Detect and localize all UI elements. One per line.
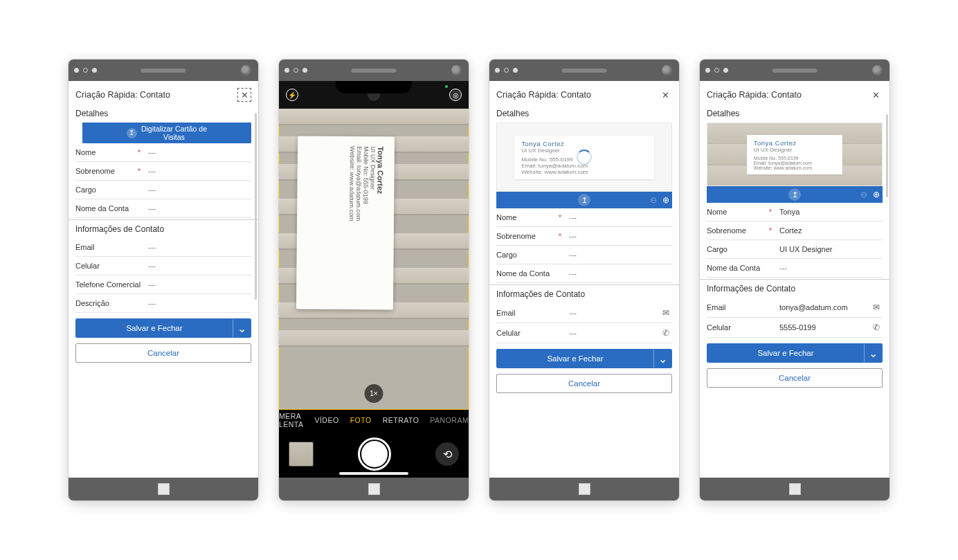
- value-celular[interactable]: 5555-0199: [772, 323, 870, 332]
- page-title: Criação Rápida: Contato: [75, 90, 170, 100]
- value-sobrenome[interactable]: Cortez: [772, 226, 883, 235]
- home-button[interactable]: [368, 483, 380, 495]
- device-top-bar: [489, 60, 679, 81]
- preview-toolbar: ↥ ⊖ ⊕: [496, 192, 672, 208]
- card-title: UI UX Designer: [754, 147, 836, 153]
- value-celular[interactable]: ---: [562, 329, 660, 337]
- card-email: Email: tonya@adatum.com: [354, 146, 363, 300]
- save-close-split-button[interactable]: Salvar e Fechar ⌄: [75, 318, 251, 338]
- mail-icon[interactable]: ✉: [660, 308, 672, 318]
- card-title: UI UX Designer: [368, 146, 377, 300]
- scan-card-button[interactable]: ↥ Digitalizar Cartão de Visitas: [82, 123, 251, 143]
- screen-quick-create-empty: Criação Rápida: Contato ✕ Detalhes ↥ Dig…: [69, 81, 258, 478]
- device-top-bar: [69, 60, 258, 81]
- phone-icon[interactable]: ✆: [870, 323, 883, 332]
- device-bottom-bar: [489, 478, 679, 500]
- home-indicator[interactable]: [339, 472, 408, 475]
- close-icon[interactable]: ✕: [237, 88, 251, 102]
- phone-icon[interactable]: ✆: [660, 328, 672, 338]
- mail-icon[interactable]: ✉: [870, 302, 883, 312]
- last-photo-thumbnail[interactable]: [289, 442, 314, 467]
- recording-indicator: [445, 85, 448, 88]
- zoom-out-icon[interactable]: ⊖: [650, 195, 657, 205]
- device-top-bar: [279, 60, 469, 81]
- device-bottom-bar: [69, 478, 258, 500]
- label-cargo: Cargo: [75, 186, 141, 194]
- save-dropdown[interactable]: ⌄: [864, 344, 882, 362]
- home-button[interactable]: [158, 483, 170, 495]
- phone-frame-3: Criação Rápida: Contato ✕ Detalhes Tonya…: [489, 59, 680, 501]
- zoom-in-icon[interactable]: ⊕: [873, 190, 880, 199]
- cancel-button[interactable]: Cancelar: [707, 368, 883, 388]
- value-nome[interactable]: ---: [141, 148, 251, 156]
- save-close-button[interactable]: Salvar e Fechar: [707, 344, 864, 362]
- upload-icon[interactable]: ↥: [578, 194, 590, 206]
- scrollbar[interactable]: [255, 113, 257, 300]
- flash-icon[interactable]: ⚡: [286, 89, 298, 101]
- phone-frame-4: Criação Rápida: Contato ✕ Detalhes Tonya…: [699, 59, 890, 501]
- value-cargo[interactable]: UI UX Designer: [772, 245, 883, 253]
- zoom-in-icon[interactable]: ⊕: [662, 195, 669, 205]
- zoom-out-icon[interactable]: ⊖: [860, 190, 867, 199]
- card-mobile: Mobile No: 555-0199: [361, 146, 370, 300]
- screen-camera: ⚡ ˄ ◎ Tonya Cortez UI UX Designer: [279, 81, 469, 478]
- value-conta[interactable]: ---: [141, 204, 251, 213]
- save-close-button[interactable]: Salvar e Fechar: [497, 350, 653, 368]
- device-top-bar: [700, 60, 889, 81]
- card-name: Tonya Cortez: [375, 146, 385, 300]
- mode-pano[interactable]: PANORAM: [430, 416, 469, 424]
- upload-icon: ↥: [127, 128, 137, 138]
- camera-viewfinder[interactable]: Tonya Cortez UI UX Designer Mobile No: 5…: [279, 109, 469, 410]
- value-celular[interactable]: ---: [141, 262, 251, 270]
- value-cargo[interactable]: ---: [562, 251, 672, 259]
- value-telcom[interactable]: ---: [141, 280, 251, 289]
- mode-photo[interactable]: FOTO: [350, 416, 372, 424]
- cancel-button[interactable]: Cancelar: [496, 374, 672, 393]
- flip-camera-icon[interactable]: ⟲: [435, 442, 459, 466]
- value-email[interactable]: ---: [141, 243, 251, 251]
- save-close-split-button[interactable]: Salvar e Fechar ⌄: [496, 349, 672, 368]
- card-preview: Tonya Cortez UI UX Designer Mobile No: 5…: [707, 123, 883, 186]
- card-web: Website: www.adatum.com: [521, 169, 647, 175]
- value-cargo[interactable]: ---: [141, 186, 251, 194]
- screen-quick-create-filled: Criação Rápida: Contato ✕ Detalhes Tonya…: [700, 81, 889, 478]
- mode-video[interactable]: VÍDEO: [314, 416, 338, 424]
- home-button[interactable]: [579, 483, 590, 495]
- label-nome: Nome: [496, 213, 562, 222]
- close-icon[interactable]: ✕: [869, 88, 883, 102]
- card-email: Email: tonya@adatum.com: [754, 161, 836, 165]
- screen-quick-create-loading: Criação Rápida: Contato ✕ Detalhes Tonya…: [489, 81, 679, 478]
- device-bottom-bar: [700, 478, 889, 500]
- label-celular: Celular: [75, 262, 141, 270]
- zoom-level[interactable]: 1×: [365, 384, 383, 403]
- value-descricao[interactable]: ---: [141, 299, 251, 307]
- value-nome[interactable]: Tonya: [772, 208, 883, 216]
- save-dropdown[interactable]: ⌄: [233, 319, 251, 337]
- value-email[interactable]: tonya@adatum.com: [772, 303, 870, 311]
- label-cargo: Cargo: [496, 251, 562, 259]
- home-button[interactable]: [789, 483, 801, 495]
- value-sobrenome[interactable]: ---: [562, 232, 672, 240]
- value-conta[interactable]: ---: [772, 264, 883, 272]
- label-nome: Nome: [75, 148, 141, 156]
- label-email: Email: [707, 303, 772, 311]
- save-dropdown[interactable]: ⌄: [653, 350, 671, 368]
- value-conta[interactable]: ---: [562, 269, 672, 278]
- live-photo-icon[interactable]: ◎: [449, 89, 462, 101]
- label-celular: Celular: [496, 329, 562, 337]
- value-email[interactable]: ---: [562, 309, 660, 317]
- scrollbar[interactable]: [886, 114, 888, 197]
- close-icon[interactable]: ✕: [658, 88, 672, 102]
- upload-icon[interactable]: ↥: [788, 188, 801, 201]
- value-nome[interactable]: ---: [562, 213, 672, 222]
- camera-mode-selector[interactable]: MERA LENTA VÍDEO FOTO RETRATO PANORAM: [279, 410, 469, 431]
- card-name: Tonya Cortez: [521, 140, 647, 147]
- mode-portrait[interactable]: RETRATO: [383, 416, 419, 424]
- card-web: Website: www.adatum.com: [754, 165, 836, 170]
- shutter-button[interactable]: [358, 437, 391, 471]
- cancel-button[interactable]: Cancelar: [75, 343, 251, 363]
- save-close-button[interactable]: Salvar e Fechar: [76, 319, 233, 337]
- section-details: Detalhes: [700, 106, 889, 123]
- value-sobrenome[interactable]: ---: [141, 167, 251, 175]
- save-close-split-button[interactable]: Salvar e Fechar ⌄: [707, 343, 883, 363]
